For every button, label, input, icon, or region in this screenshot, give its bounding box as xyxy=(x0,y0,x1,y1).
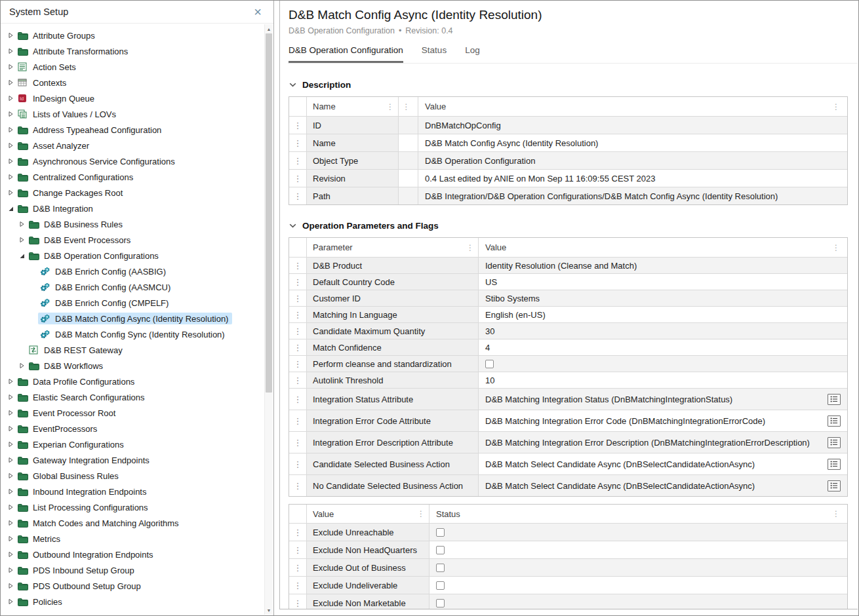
parameter-value-cell[interactable]: D&B Matching Integration Error Descripti… xyxy=(479,432,847,453)
row-menu-icon[interactable]: ⋮ xyxy=(294,139,302,147)
tree-item-indesign-queue[interactable]: IdInDesign Queue xyxy=(1,90,264,106)
tree-item-event-processor-root[interactable]: Event Processor Root xyxy=(1,405,264,421)
expand-arrow-icon[interactable] xyxy=(6,32,16,39)
expand-arrow-icon[interactable] xyxy=(6,583,16,589)
parameter-value-cell[interactable]: 4 xyxy=(479,339,847,355)
expand-arrow-icon[interactable] xyxy=(6,472,16,479)
tree-item-d-b-rest-gateway[interactable]: D&B REST Gateway xyxy=(1,342,264,358)
row-menu-icon[interactable]: ⋮ xyxy=(294,311,302,319)
tree-item-d-b-event-processors[interactable]: D&B Event Processors xyxy=(1,232,264,248)
parameter-value-cell[interactable]: 10 xyxy=(479,372,847,388)
parameter-value-cell[interactable]: Stibo Systems xyxy=(479,290,847,306)
expand-arrow-icon[interactable] xyxy=(17,362,27,369)
checkbox-exclude-undeliverable[interactable] xyxy=(436,581,445,590)
tab-db-operation-configuration[interactable]: D&B Operation Configuration xyxy=(289,45,403,63)
expand-arrow-icon[interactable] xyxy=(6,79,16,86)
tree-item-elastic-search-configurations[interactable]: Elastic Search Configurations xyxy=(1,389,264,405)
column-menu-icon[interactable]: ⋮ xyxy=(832,103,840,111)
tab-log[interactable]: Log xyxy=(465,45,480,63)
tab-status[interactable]: Status xyxy=(422,45,447,63)
tree-item-action-sets[interactable]: Action Sets xyxy=(1,59,264,75)
expand-arrow-icon[interactable] xyxy=(6,457,16,463)
row-menu-icon[interactable]: ⋮ xyxy=(294,174,302,183)
checkbox-exclude-out-of-business[interactable] xyxy=(436,564,445,572)
tree-item-match-codes-and-matching-algorithms[interactable]: Match Codes and Matching Algorithms xyxy=(1,515,264,531)
chevron-down-icon[interactable] xyxy=(289,223,296,228)
column-menu-icon[interactable]: ⋮ xyxy=(403,103,410,111)
tree-item-lists-of-values-lovs[interactable]: Lists of Values / LOVs xyxy=(1,106,264,122)
scrollbar-thumb[interactable] xyxy=(266,33,272,393)
expand-arrow-icon[interactable] xyxy=(6,598,16,605)
row-menu-icon[interactable]: ⋮ xyxy=(294,261,302,270)
tree-item-d-b-business-rules[interactable]: D&B Business Rules xyxy=(1,216,264,232)
expand-arrow-icon[interactable] xyxy=(6,158,16,164)
tree-item-inbound-integration-endpoints[interactable]: Inbound Integration Endpoints xyxy=(1,484,264,499)
tree-item-global-business-rules[interactable]: Global Business Rules xyxy=(1,468,264,484)
checkbox-perform-cleanse-and-standardization[interactable] xyxy=(485,360,494,368)
tree-item-attribute-groups[interactable]: Attribute Groups xyxy=(1,28,264,43)
expand-arrow-icon[interactable] xyxy=(6,551,16,558)
expand-arrow-icon[interactable] xyxy=(17,237,27,243)
row-menu-icon[interactable]: ⋮ xyxy=(294,528,302,537)
tree-item-asynchronous-service-configurations[interactable]: Asynchronous Service Configurations xyxy=(1,153,264,169)
tree-item-outbound-integration-endpoints[interactable]: Outbound Integration Endpoints xyxy=(1,547,264,562)
column-menu-icon[interactable]: ⋮ xyxy=(832,244,840,252)
parameter-value-cell[interactable]: 30 xyxy=(479,323,847,339)
parameter-value-cell[interactable]: English (en-US) xyxy=(479,307,847,322)
parameter-value-cell[interactable]: Identity Resolution (Cleanse and Match) xyxy=(479,258,847,273)
collapse-arrow-icon[interactable] xyxy=(17,253,27,259)
expand-arrow-icon[interactable] xyxy=(6,520,16,526)
checkbox-exclude-non-marketable[interactable] xyxy=(436,599,445,607)
row-menu-icon[interactable]: ⋮ xyxy=(294,482,302,490)
chevron-down-icon[interactable] xyxy=(289,83,296,87)
row-menu-icon[interactable]: ⋮ xyxy=(294,417,302,425)
row-menu-icon[interactable]: ⋮ xyxy=(294,395,302,404)
scroll-up-icon[interactable]: ▲ xyxy=(265,24,273,33)
expand-arrow-icon[interactable] xyxy=(6,378,16,385)
tree-item-attribute-transformations[interactable]: Attribute Transformations xyxy=(1,43,264,59)
parameter-value-cell[interactable]: D&B Match Select Candidate Async (DnBSel… xyxy=(479,453,847,474)
collapse-arrow-icon[interactable] xyxy=(6,206,16,212)
row-menu-icon[interactable]: ⋮ xyxy=(294,121,302,130)
expand-arrow-icon[interactable] xyxy=(6,189,16,196)
expand-arrow-icon[interactable] xyxy=(6,48,16,54)
expand-arrow-icon[interactable] xyxy=(6,95,16,102)
expand-arrow-icon[interactable] xyxy=(17,221,27,227)
row-menu-icon[interactable]: ⋮ xyxy=(294,157,302,165)
tree-item-experian-configurations[interactable]: Experian Configurations xyxy=(1,436,264,452)
attribute-picker-button[interactable] xyxy=(828,415,841,427)
tree-item-centralized-configurations[interactable]: Centralized Configurations xyxy=(1,169,264,185)
checkbox-exclude-unreachable[interactable] xyxy=(436,528,445,537)
tree-item-data-profile-configurations[interactable]: Data Profile Configurations xyxy=(1,374,264,389)
parameter-value-cell[interactable] xyxy=(479,356,847,372)
tree-item-change-packages-root[interactable]: Change Packages Root xyxy=(1,185,264,201)
tree-item-asset-analyzer[interactable]: Asset Analyzer xyxy=(1,138,264,153)
tree-item-d-b-integration[interactable]: D&B Integration xyxy=(1,201,264,216)
tree-item-d-b-enrich-config-aasmcu[interactable]: D&B Enrich Config (AASMCU) xyxy=(1,279,264,295)
row-menu-icon[interactable]: ⋮ xyxy=(294,343,302,352)
column-menu-icon[interactable]: ⋮ xyxy=(386,103,394,111)
tree-item-d-b-enrich-config-aasbig[interactable]: D&B Enrich Config (AASBIG) xyxy=(1,263,264,279)
parameter-value-cell[interactable]: D&B Match Select Candidate Async (DnBSel… xyxy=(479,475,847,496)
tree-item-d-b-operation-configurations[interactable]: D&B Operation Configurations xyxy=(1,248,264,263)
row-menu-icon[interactable]: ⋮ xyxy=(294,278,302,286)
tree-item-d-b-match-config-sync-identity-resolution[interactable]: D&B Match Config Sync (Identity Resoluti… xyxy=(1,326,264,342)
tree-item-d-b-workflows[interactable]: D&B Workflows xyxy=(1,358,264,374)
row-menu-icon[interactable]: ⋮ xyxy=(294,599,302,607)
tree-item-pds-inbound-setup-group[interactable]: PDS Inbound Setup Group xyxy=(1,562,264,578)
attribute-picker-button[interactable] xyxy=(828,437,841,448)
attribute-picker-button[interactable] xyxy=(828,459,841,470)
expand-arrow-icon[interactable] xyxy=(6,111,16,117)
close-icon[interactable]: × xyxy=(254,5,262,18)
row-menu-icon[interactable]: ⋮ xyxy=(294,192,302,201)
expand-arrow-icon[interactable] xyxy=(6,142,16,149)
tree-item-gateway-integration-endpoints[interactable]: Gateway Integration Endpoints xyxy=(1,452,264,468)
attribute-picker-button[interactable] xyxy=(828,394,841,405)
expand-arrow-icon[interactable] xyxy=(6,64,16,70)
checkbox-exclude-non-headquarters[interactable] xyxy=(436,546,445,554)
tree-scrollbar[interactable]: ▲ ▼ xyxy=(264,24,273,615)
tree-item-metrics[interactable]: Metrics xyxy=(1,531,264,547)
row-menu-icon[interactable]: ⋮ xyxy=(294,460,302,469)
row-menu-icon[interactable]: ⋮ xyxy=(294,564,302,572)
row-menu-icon[interactable]: ⋮ xyxy=(294,327,302,336)
